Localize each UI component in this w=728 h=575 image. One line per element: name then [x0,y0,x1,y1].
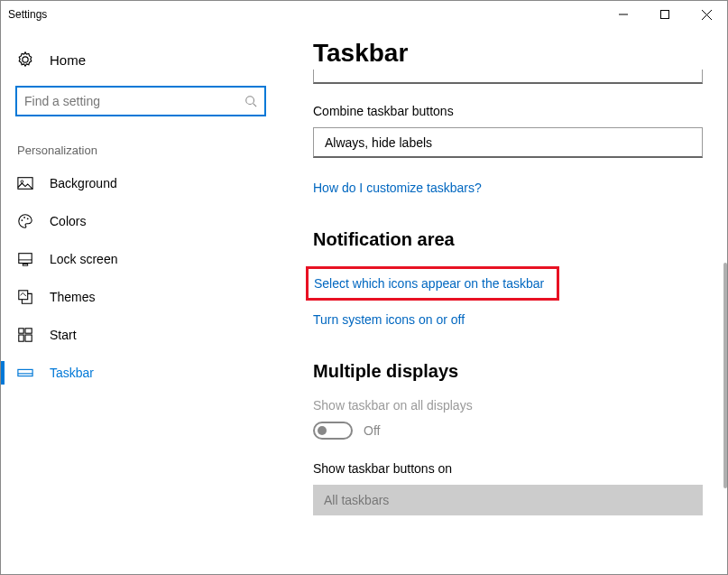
sidebar-item-themes[interactable]: Themes [1,278,281,316]
search-box[interactable] [15,86,266,116]
gear-icon [17,51,33,68]
window-title: Settings [8,8,603,21]
home-nav[interactable]: Home [1,44,281,79]
sidebar-item-label: Taskbar [50,366,94,380]
combine-dropdown[interactable]: Always, hide labels [313,127,703,158]
svg-rect-17 [19,335,23,341]
svg-point-8 [22,219,23,221]
svg-point-4 [246,97,254,105]
sidebar-item-background[interactable]: Background [1,164,281,202]
maximize-button[interactable] [644,1,686,28]
svg-point-10 [27,218,29,219]
customize-link[interactable]: How do I customize taskbars? [313,181,482,195]
sidebar-item-label: Colors [50,214,86,228]
lockscreen-icon [17,251,33,267]
main-panel: Taskbar Bottom Combine taskbar buttons A… [281,28,727,574]
svg-rect-13 [23,264,27,265]
titlebar: Settings [1,1,727,28]
picture-icon [17,175,33,191]
svg-rect-15 [19,329,23,333]
svg-rect-1 [661,11,669,19]
toggle-state-label: Off [364,423,380,438]
sidebar-item-colors[interactable]: Colors [1,202,281,240]
palette-icon [17,213,33,229]
notification-heading: Notification area [313,229,713,250]
search-input[interactable] [24,94,244,108]
taskbar-icon [17,365,33,381]
dropdown-value: All taskbars [324,493,389,507]
close-button[interactable] [686,1,727,28]
search-icon [244,95,257,107]
sidebar-item-label: Lock screen [50,252,117,266]
sidebar-section-heading: Personalization [1,129,281,164]
multiple-displays-heading: Multiple displays [313,361,713,382]
sidebar-item-start[interactable]: Start [1,316,281,354]
window-controls [603,1,727,28]
svg-point-7 [21,181,23,183]
start-icon [17,327,33,343]
sidebar-item-label: Background [50,176,117,190]
sidebar-item-label: Start [50,328,77,342]
svg-rect-18 [25,335,32,341]
svg-line-5 [253,104,257,107]
svg-point-9 [23,217,25,218]
svg-rect-11 [19,254,32,264]
sidebar: Home Personalization Background Colors [1,28,281,574]
show-all-displays-toggle-row: Off [313,422,713,440]
svg-rect-14 [19,291,28,300]
page-title: Taskbar [313,39,713,68]
sidebar-item-lockscreen[interactable]: Lock screen [1,240,281,278]
show-taskbar-buttons-label: Show taskbar buttons on [313,461,713,476]
show-taskbar-buttons-dropdown[interactable]: All taskbars [313,485,703,515]
show-all-displays-toggle[interactable] [313,422,353,440]
dropdown-value: Always, hide labels [325,135,432,150]
combine-label: Combine taskbar buttons [313,104,713,118]
system-icons-link[interactable]: Turn system icons on or off [313,312,465,327]
minimize-button[interactable] [603,1,644,28]
sidebar-item-taskbar[interactable]: Taskbar [1,354,281,392]
svg-rect-16 [25,329,32,333]
themes-icon [17,289,33,305]
select-icons-link[interactable]: Select which icons appear on the taskbar [306,266,559,301]
show-all-displays-label: Show taskbar on all displays [313,398,713,413]
svg-rect-19 [18,369,32,376]
home-label: Home [50,52,86,68]
sidebar-item-label: Themes [50,290,96,304]
scrollbar[interactable] [723,263,727,488]
taskbar-location-dropdown[interactable]: Bottom [313,70,703,84]
